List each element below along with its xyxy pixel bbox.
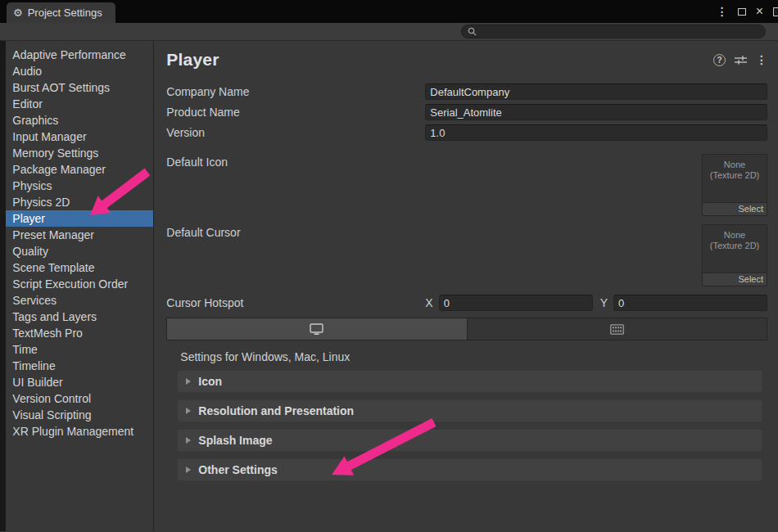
sidebar-item-quality[interactable]: Quality (6, 243, 153, 259)
tab-project-settings[interactable]: ⚙ Project Settings (7, 2, 115, 23)
sidebar-item-physics-2d[interactable]: Physics 2D (6, 194, 153, 210)
default-icon-none-text: None (703, 160, 767, 170)
default-icon-select-button[interactable]: Select (703, 202, 767, 215)
page-title: Player (166, 50, 219, 70)
sidebar-item-ui-builder[interactable]: UI Builder (6, 374, 153, 390)
company-name-label: Company Name (166, 85, 425, 98)
section-splash-image[interactable]: Splash Image (177, 429, 762, 452)
panel-header-icons: ? ⋮ (713, 53, 767, 66)
close-icon[interactable]: × (756, 5, 763, 18)
sidebar-item-version-control[interactable]: Version Control (6, 390, 153, 407)
server-icon (610, 324, 624, 335)
project-settings-window: { "window": { "tab_title": "Project Sett… (0, 0, 778, 532)
default-cursor-picker[interactable]: None (Texture 2D) Select (702, 224, 767, 286)
sidebar-item-package-manager[interactable]: Package Manager (6, 161, 153, 178)
default-icon-label: Default Icon (166, 154, 425, 216)
cursor-hotspot-label: Cursor Hotspot (166, 296, 425, 309)
hotspot-y-label: Y (600, 296, 608, 309)
sidebar-item-memory-settings[interactable]: Memory Settings (6, 145, 153, 161)
default-cursor-type-text: (Texture 2D) (703, 241, 767, 251)
window-tab-title: Project Settings (28, 7, 102, 19)
company-name-input[interactable] (425, 83, 767, 100)
help-icon[interactable]: ? (713, 54, 726, 66)
sidebar-item-time[interactable]: Time (6, 341, 153, 358)
settings-for-text: Settings for Windows, Mac, Linux (180, 350, 767, 363)
default-icon-type-text: (Texture 2D) (703, 170, 767, 181)
sidebar-item-physics[interactable]: Physics (6, 178, 153, 194)
search-icon (468, 27, 477, 36)
player-settings-panel: Player ? ⋮ Company Name Product Name Ver… (154, 41, 778, 531)
default-cursor-select-button[interactable]: Select (703, 273, 767, 286)
sidebar-item-tags-and-layers[interactable]: Tags and Layers (6, 309, 153, 325)
sidebar-item-xr-plugin-management[interactable]: XR Plugin Management (6, 423, 153, 440)
titlebar-kebab-icon[interactable]: ⋮ (717, 5, 728, 18)
titlebar: ⚙ Project Settings ⋮ × (0, 0, 778, 23)
section-icon[interactable]: Icon (177, 370, 762, 393)
preset-sliders-icon[interactable] (735, 55, 747, 65)
sidebar-item-scene-template[interactable]: Scene Template (6, 259, 153, 276)
sidebar-item-services[interactable]: Services (6, 292, 153, 309)
default-icon-picker[interactable]: None (Texture 2D) Select (702, 154, 767, 216)
search-input[interactable] (481, 26, 759, 38)
settings-category-list: Adaptive Performance Audio Burst AOT Set… (6, 41, 154, 531)
version-label: Version (166, 126, 425, 139)
sidebar-item-timeline[interactable]: Timeline (6, 358, 153, 374)
sidebar-item-audio[interactable]: Audio (6, 63, 153, 79)
sidebar-item-graphics[interactable]: Graphics (6, 112, 153, 128)
foldout-arrow-icon (186, 378, 191, 385)
sidebar-item-burst-aot-settings[interactable]: Burst AOT Settings (6, 79, 153, 96)
sidebar-item-input-manager[interactable]: Input Manager (6, 128, 153, 145)
foldout-arrow-icon (186, 467, 191, 473)
section-resolution-and-presentation[interactable]: Resolution and Presentation (177, 399, 762, 422)
dock-edge-strip (0, 41, 6, 531)
version-input[interactable] (425, 124, 767, 141)
sidebar-item-visual-scripting[interactable]: Visual Scripting (6, 407, 153, 423)
sidebar-item-player[interactable]: Player (6, 210, 153, 227)
monitor-icon (310, 323, 323, 336)
sidebar-item-preset-manager[interactable]: Preset Manager (6, 227, 153, 243)
sidebar-item-editor[interactable]: Editor (6, 96, 153, 112)
cursor-hotspot-y-input[interactable] (613, 295, 767, 311)
titlebar-controls: ⋮ × (717, 0, 776, 23)
foldout-arrow-icon (186, 437, 191, 444)
search-box[interactable] (461, 25, 766, 38)
window-body: Adaptive Performance Audio Burst AOT Set… (0, 41, 778, 531)
product-name-label: Product Name (166, 106, 425, 119)
sidebar-item-script-execution-order[interactable]: Script Execution Order (6, 276, 153, 292)
default-cursor-label: Default Cursor (166, 224, 425, 286)
default-cursor-none-text: None (703, 230, 767, 241)
platform-tabs (166, 318, 767, 340)
foldout-arrow-icon (186, 408, 191, 414)
toolbar (0, 23, 778, 41)
tab-desktop-platform[interactable] (167, 318, 466, 340)
sidebar-item-adaptive-performance[interactable]: Adaptive Performance (6, 47, 153, 63)
section-other-settings[interactable]: Other Settings (177, 458, 762, 481)
tab-dedicated-server-platform[interactable] (467, 318, 767, 340)
product-name-input[interactable] (425, 104, 767, 120)
panel-kebab-icon[interactable]: ⋮ (756, 53, 767, 66)
hotspot-x-label: X (425, 296, 432, 309)
maximize-icon[interactable] (738, 8, 746, 16)
docked-panel-edge-icon (773, 7, 778, 16)
gear-icon: ⚙ (13, 7, 23, 18)
sidebar-item-textmesh-pro[interactable]: TextMesh Pro (6, 325, 153, 341)
cursor-hotspot-x-input[interactable] (439, 295, 593, 311)
